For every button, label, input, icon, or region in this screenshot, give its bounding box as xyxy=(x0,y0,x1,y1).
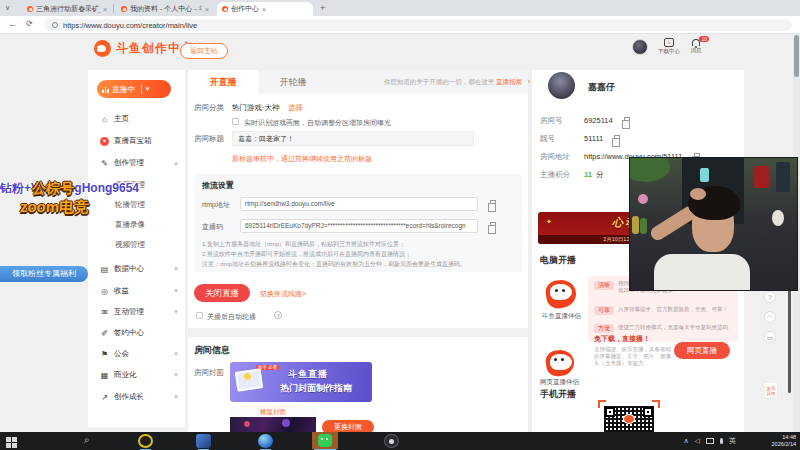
stream-code-input[interactable]: 6925114rIDrEEuKo7dyPRJ=*****************… xyxy=(240,219,478,233)
help-float-button[interactable]: ? xyxy=(764,291,776,303)
chevron-down-icon[interactable]: ▼ xyxy=(145,86,151,92)
sidebar-item-live-records[interactable]: 直播录像 xyxy=(88,216,185,234)
live-guide-link[interactable]: 直播指南 xyxy=(496,78,522,85)
sidebar-item-commercial[interactable]: ▦商业化▼ xyxy=(88,366,185,384)
web-live-button[interactable]: 网页直播 xyxy=(674,342,730,359)
auto-detect-checkbox[interactable] xyxy=(232,118,239,125)
change-cover-button[interactable]: 更换封面 xyxy=(322,420,374,432)
customer-service-icon[interactable]: ◠ xyxy=(764,311,776,323)
sidebar-item-video-mgmt[interactable]: 视频管理 xyxy=(88,236,185,254)
copy-code-icon[interactable] xyxy=(490,222,496,229)
live-status-button[interactable]: 直播中 ▼ xyxy=(97,80,171,98)
panel-collapse-icon[interactable]: › xyxy=(528,78,530,85)
douyu-favicon xyxy=(222,6,228,12)
copy-nice-id-icon[interactable] xyxy=(614,135,620,142)
sidebar-item-toolbox[interactable]: ✦直播百宝箱 xyxy=(88,132,185,150)
web-companion-name: 网页直播伴侣 xyxy=(540,378,579,387)
auto-detect-label: 实时识别游戏画面，自动调整分区增加房间曝光 xyxy=(244,118,391,128)
switch-line-link[interactable]: 切换推流线路> xyxy=(260,289,306,299)
sidebar-item-home[interactable]: ⌂主页 xyxy=(88,110,185,128)
volume-icon[interactable]: ◁ xyxy=(695,437,700,445)
header-avatar[interactable] xyxy=(632,39,648,55)
language-indicator[interactable]: 英 xyxy=(729,436,736,446)
room-title-label: 房间标题 xyxy=(194,134,224,144)
sidebar-item-data-center[interactable]: ▤数据中心▼ xyxy=(88,260,185,278)
title-review-notice: 新标题审核中，通过前将继续使用之前的标题 xyxy=(232,154,372,164)
taskbar-app-obs[interactable] xyxy=(384,434,399,448)
sidebar-item-growth[interactable]: ↗创作成长▼ xyxy=(88,388,185,406)
cam-figure xyxy=(772,210,784,226)
start-button[interactable] xyxy=(6,437,17,448)
tray-chevron-icon[interactable]: ∧ xyxy=(683,437,688,445)
sidebar-item-revenue[interactable]: ◎收益▼ xyxy=(88,282,185,300)
streamer-name: 嘉嘉仔 xyxy=(588,81,615,94)
cover-tab-landscape[interactable]: 横版封面 xyxy=(230,406,316,417)
sidebar-item-carousel-mgmt[interactable]: 轮播管理 xyxy=(88,196,185,214)
download-center[interactable]: ↓ 下载中心 xyxy=(658,38,680,55)
back-icon[interactable]: ← xyxy=(8,19,17,29)
web-companion-icon xyxy=(546,350,574,376)
streamer-avatar[interactable] xyxy=(548,72,575,99)
wechat-icon xyxy=(318,434,332,447)
stream-code-label: 直播码 xyxy=(202,222,223,232)
page-scrollbar-thumb[interactable] xyxy=(794,35,799,77)
sidebar-item-interaction[interactable]: ✉互动管理▼ xyxy=(88,303,185,321)
stop-live-button[interactable]: 关闭直播 xyxy=(194,284,250,302)
main-tabs: 开直播 开轮播 你想知道的关于开播的一切，都在这里 直播指南 xyxy=(188,70,528,94)
page: 斗鱼创作中心 返回主站 ↓ 下载中心 10 消息 直播中 ▼ ⌂主页 ✦直播百宝… xyxy=(0,34,800,432)
overlay-benefit-button: 领取粉丝专属福利 xyxy=(0,266,88,282)
taskbar-app-game2[interactable] xyxy=(196,434,211,448)
browser-tab-2[interactable]: 我的资料 - 个人中心 - 斗鱼 × xyxy=(116,2,214,16)
copy-room-id-icon[interactable] xyxy=(624,117,630,124)
cam-person-hand xyxy=(690,188,706,200)
douyu-mascot-icon xyxy=(94,40,111,57)
chevron-up-icon: ▲ xyxy=(173,160,179,166)
messages[interactable]: 10 消息 xyxy=(690,38,702,54)
feedback-button[interactable]: 意见 反馈 xyxy=(764,382,778,398)
site-logo[interactable]: 斗鱼创作中心 xyxy=(94,40,194,57)
sidebar-item-creation-mgmt[interactable]: ✎创作管理▲ xyxy=(88,154,185,172)
system-tray: ∧ ◁ 英 xyxy=(683,432,736,450)
auto-carousel-checkbox[interactable] xyxy=(196,312,203,319)
tab-close-icon[interactable]: × xyxy=(262,6,266,13)
microphone-icon[interactable] xyxy=(720,438,723,444)
refresh-icon[interactable]: ⟳ xyxy=(26,19,33,28)
tab-start-carousel[interactable]: 开轮播 xyxy=(258,70,328,94)
rtmp-input[interactable]: rtmp://sendhw3.douyu.com/live xyxy=(240,197,478,211)
tab-close-icon[interactable]: × xyxy=(103,6,107,13)
message-badge: 10 xyxy=(699,36,709,42)
toolbox-icon: ✦ xyxy=(100,137,109,146)
category-select-link[interactable]: 选择 xyxy=(288,103,303,113)
cover-guide-banner[interactable]: 新手 必看 斗鱼直播 热门封面制作指南 xyxy=(230,362,372,402)
browser-tabstrip: ∨ 三角洲行动新春采矿_嘉嘉仔直播_斗 × 我的资料 - 个人中心 - 斗鱼 ×… xyxy=(0,0,800,16)
tab-start-live[interactable]: 开直播 xyxy=(188,70,258,94)
sidebar-item-label: 创作管理 xyxy=(114,158,144,168)
help-icon[interactable]: ? xyxy=(274,311,282,319)
cover-thumbnail[interactable] xyxy=(230,417,316,432)
browser-tab-1[interactable]: 三角洲行动新春采矿_嘉嘉仔直播_斗 × xyxy=(22,2,112,16)
browser-tab-active[interactable]: 创作中心 × xyxy=(217,2,313,16)
taskbar-app-browser[interactable] xyxy=(258,434,273,448)
room-title-input[interactable]: 嘉嘉：回老家了！ xyxy=(232,131,474,146)
panel-scrollbar-thumb[interactable] xyxy=(788,283,791,393)
banner-line2: 热门封面制作指南 xyxy=(280,382,352,395)
sidebar-item-label: 创作成长 xyxy=(114,392,144,402)
taskbar-app-game1[interactable] xyxy=(138,434,153,448)
site-info-icon[interactable] xyxy=(52,22,58,28)
copy-rtmp-icon[interactable] xyxy=(490,200,496,207)
back-to-site-button[interactable]: 返回主站 xyxy=(180,43,228,59)
sidebar-item-contract[interactable]: ✐签约中心 xyxy=(88,324,185,342)
taskbar-app-wechat-highlight[interactable] xyxy=(312,432,338,449)
url-bar[interactable]: https://www.douyu.com/creator/main/live xyxy=(44,19,792,31)
tab-close-icon[interactable]: × xyxy=(205,6,209,13)
new-tab-button[interactable]: + xyxy=(320,3,325,13)
display-icon[interactable] xyxy=(706,438,714,444)
taskbar-clock[interactable]: 14:48 2026/2/14 xyxy=(772,434,796,448)
sidebar-item-guild[interactable]: ⚑公会▼ xyxy=(88,345,185,363)
taskbar-search-icon[interactable]: ⌕ xyxy=(84,434,90,446)
sidebar-item-label: 视频管理 xyxy=(115,240,145,250)
tab-search-chevron-icon[interactable]: ∨ xyxy=(5,4,10,12)
device-icon[interactable]: ▭ xyxy=(764,331,776,343)
messages-label: 消息 xyxy=(690,47,702,54)
screen: ∨ 三角洲行动新春采矿_嘉嘉仔直播_斗 × 我的资料 - 个人中心 - 斗鱼 ×… xyxy=(0,0,800,450)
